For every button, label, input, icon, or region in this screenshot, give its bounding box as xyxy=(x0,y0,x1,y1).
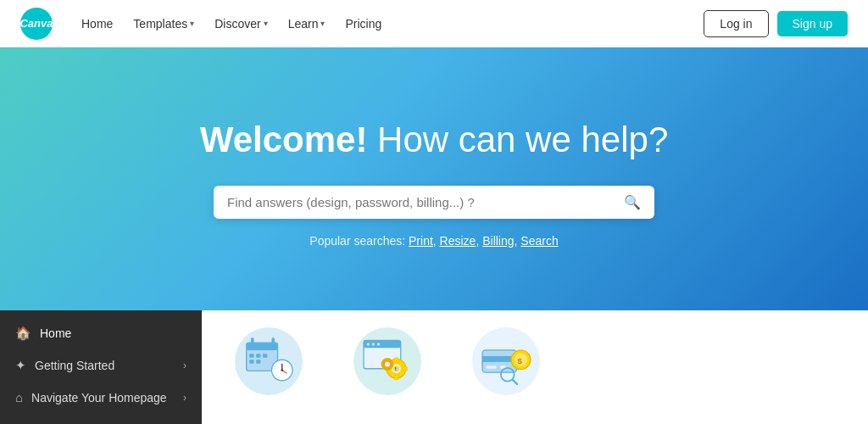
illus-svg-3: $ xyxy=(476,332,536,391)
sidebar-navigate-label: Navigate Your Homepage xyxy=(31,391,167,404)
nav-home[interactable]: Home xyxy=(73,12,121,36)
illus-svg-2: ! xyxy=(358,332,417,391)
popular-search[interactable]: Search xyxy=(520,234,558,248)
sidebar: 🏠 Home ✦ Getting Started › ⌂ Navigate Yo… xyxy=(0,310,202,424)
illus-card-1 xyxy=(222,327,315,395)
nav-home-label: Home xyxy=(81,17,113,31)
svg-rect-7 xyxy=(249,360,253,363)
signup-button[interactable]: Sign up xyxy=(777,11,848,36)
sidebar-item-home[interactable]: 🏠 Home xyxy=(0,317,202,349)
navigate-icon: ⌂ xyxy=(15,390,23,404)
nav-actions: Log in Sign up xyxy=(704,10,848,37)
svg-rect-23 xyxy=(403,366,408,371)
login-button[interactable]: Log in xyxy=(704,10,768,37)
nav-learn[interactable]: Learn ▾ xyxy=(280,12,334,36)
nav-links: Home Templates ▾ Discover ▾ Learn ▾ Pric… xyxy=(73,12,704,36)
templates-chevron-icon: ▾ xyxy=(190,19,194,28)
nav-pricing[interactable]: Pricing xyxy=(337,12,390,36)
discover-chevron-icon: ▾ xyxy=(264,19,268,28)
svg-rect-8 xyxy=(256,360,260,363)
nav-discover-label: Discover xyxy=(214,17,260,31)
learn-chevron-icon: ▾ xyxy=(320,19,325,28)
svg-text:$: $ xyxy=(518,356,523,365)
hero-title-normal: How can we help? xyxy=(367,120,668,159)
popular-print[interactable]: Print xyxy=(409,234,433,248)
logo-text: Canva xyxy=(19,17,53,30)
sidebar-home-label: Home xyxy=(40,326,71,340)
nav-learn-label: Learn xyxy=(288,17,319,31)
illus-card-2: ! xyxy=(341,327,434,395)
svg-point-25 xyxy=(385,361,390,366)
search-bar: 🔍 xyxy=(214,186,654,219)
illus-svg-1 xyxy=(239,332,298,391)
popular-billing[interactable]: Billing xyxy=(482,234,514,248)
svg-point-15 xyxy=(367,343,370,346)
illus-circle-2: ! xyxy=(353,327,421,395)
sidebar-item-navigate-homepage[interactable]: ⌂ Navigate Your Homepage › xyxy=(0,382,202,413)
illus-card-3: $ xyxy=(459,327,553,395)
search-button[interactable]: 🔍 xyxy=(624,194,641,210)
popular-label: Popular searches: xyxy=(309,234,405,248)
hero-title: Welcome! How can we help? xyxy=(200,119,669,161)
illus-circle-3: $ xyxy=(472,327,540,395)
svg-rect-6 xyxy=(263,354,267,357)
search-icon: 🔍 xyxy=(624,195,641,209)
nav-templates[interactable]: Templates ▾ xyxy=(125,12,203,36)
sidebar-item-getting-started[interactable]: ✦ Getting Started › xyxy=(0,349,202,382)
navigate-arrow-icon: › xyxy=(183,392,186,404)
svg-line-36 xyxy=(513,380,517,384)
svg-point-17 xyxy=(377,343,381,346)
svg-point-16 xyxy=(372,343,376,346)
svg-rect-20 xyxy=(394,358,398,363)
svg-rect-21 xyxy=(394,375,398,380)
svg-rect-30 xyxy=(486,365,496,369)
sidebar-getting-started-label: Getting Started xyxy=(35,359,114,372)
navbar: Canva Home Templates ▾ Discover ▾ Learn … xyxy=(0,0,868,47)
logo[interactable]: Canva xyxy=(20,8,53,40)
popular-searches: Popular searches: Print, Resize, Billing… xyxy=(309,234,558,248)
svg-text:!: ! xyxy=(395,365,397,371)
hero-title-bold: Welcome! xyxy=(200,120,368,159)
getting-started-arrow-icon: › xyxy=(183,360,186,371)
svg-point-12 xyxy=(281,369,283,371)
popular-resize[interactable]: Resize xyxy=(440,234,476,248)
svg-rect-3 xyxy=(272,338,275,345)
hero-section: Welcome! How can we help? 🔍 Popular sear… xyxy=(0,47,868,310)
nav-templates-label: Templates xyxy=(133,17,187,31)
getting-started-icon: ✦ xyxy=(15,358,26,373)
svg-rect-5 xyxy=(256,354,260,357)
search-input[interactable] xyxy=(227,195,624,209)
illus-circle-1 xyxy=(235,327,303,395)
nav-discover[interactable]: Discover ▾ xyxy=(206,12,275,36)
content-area: ! $ xyxy=(202,310,868,424)
nav-pricing-label: Pricing xyxy=(345,17,381,31)
svg-rect-2 xyxy=(251,338,254,345)
svg-rect-4 xyxy=(249,354,253,357)
bottom-section: 🏠 Home ✦ Getting Started › ⌂ Navigate Yo… xyxy=(0,310,868,424)
home-icon: 🏠 xyxy=(15,326,31,341)
